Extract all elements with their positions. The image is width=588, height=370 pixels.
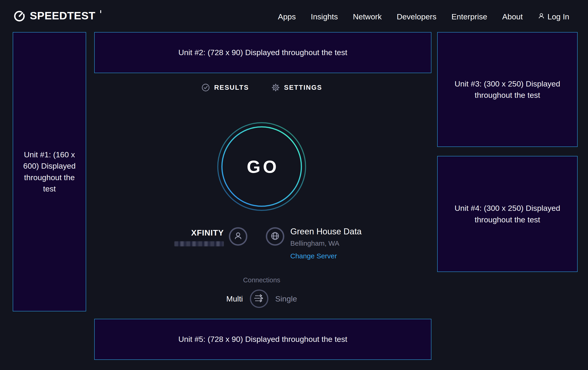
logo-wordmark: SPEEDTEST [30, 9, 95, 23]
gear-icon [271, 83, 280, 92]
globe-icon [270, 231, 280, 242]
ad-unit-2-label: Unit #2: (728 x 90) Displayed throughout… [178, 47, 347, 58]
speedtest-logo[interactable]: SPEEDTEST [13, 9, 101, 23]
ad-unit-2: Unit #2: (728 x 90) Displayed throughout… [94, 32, 431, 73]
server-name: Green House Data [290, 227, 387, 236]
connections-label: Connections [86, 276, 437, 284]
go-button[interactable]: GO [215, 120, 308, 213]
change-server-link[interactable]: Change Server [290, 252, 337, 260]
speedtest-gauge-icon [13, 9, 26, 23]
speedtest-page: SPEEDTEST Apps Insights Network Develope… [0, 0, 588, 370]
connection-mode-single[interactable]: Single [275, 294, 297, 303]
connections-toggle-row: Multi Single [86, 290, 437, 308]
server-location: Bellingham, WA [290, 240, 387, 247]
user-icon [233, 231, 243, 242]
check-circle-icon [201, 83, 210, 92]
ad-unit-4: Unit #4: (300 x 250) Displayed throughou… [437, 156, 578, 272]
ad-unit-3: Unit #3: (300 x 250) Displayed throughou… [437, 32, 578, 147]
login-label: Log In [547, 12, 569, 21]
server-avatar [266, 227, 284, 246]
logo-trademark-mark [100, 10, 101, 13]
connections-section: Connections Multi [86, 276, 437, 308]
ad-unit-5-label: Unit #5: (728 x 90) Displayed throughout… [178, 334, 347, 345]
nav-item-developers[interactable]: Developers [397, 12, 437, 21]
server-info: Green House Data Bellingham, WA Change S… [290, 225, 387, 260]
nav-item-network[interactable]: Network [353, 12, 382, 21]
isp-name: XFINITY [136, 228, 224, 237]
nav-item-enterprise[interactable]: Enterprise [452, 12, 487, 21]
tab-settings-label: SETTINGS [284, 84, 322, 91]
connection-mode-multi[interactable]: Multi [226, 294, 243, 303]
nav-item-insights[interactable]: Insights [311, 12, 338, 21]
ad-unit-5: Unit #5: (728 x 90) Displayed throughout… [94, 319, 431, 360]
ad-unit-1-label: Unit #1: (160 x 600) Displayed throughou… [19, 149, 80, 194]
nav-item-apps[interactable]: Apps [278, 12, 296, 21]
host-info-row: XFINITY Green House Data Bell [86, 225, 437, 260]
tab-settings[interactable]: SETTINGS [271, 83, 322, 92]
isp-info: XFINITY [136, 225, 224, 247]
isp-avatar [229, 227, 247, 246]
tab-results-label: RESULTS [214, 84, 249, 91]
ad-unit-4-label: Unit #4: (300 x 250) Displayed throughou… [452, 202, 563, 225]
go-button-label: GO [215, 120, 308, 213]
blurred-ip-text [174, 241, 224, 246]
user-icon [538, 12, 545, 21]
connection-mode-toggle[interactable] [250, 290, 268, 308]
login-button[interactable]: Log In [538, 12, 569, 21]
tab-bar: RESULTS [86, 83, 437, 92]
multi-arrows-icon [254, 293, 264, 304]
tab-results[interactable]: RESULTS [201, 83, 249, 92]
ad-unit-1: Unit #1: (160 x 600) Displayed throughou… [13, 32, 86, 311]
ad-unit-3-label: Unit #3: (300 x 250) Displayed throughou… [452, 78, 563, 101]
nav-item-about[interactable]: About [502, 12, 523, 21]
top-navigation: Apps Insights Network Developers Enterpr… [278, 0, 569, 33]
